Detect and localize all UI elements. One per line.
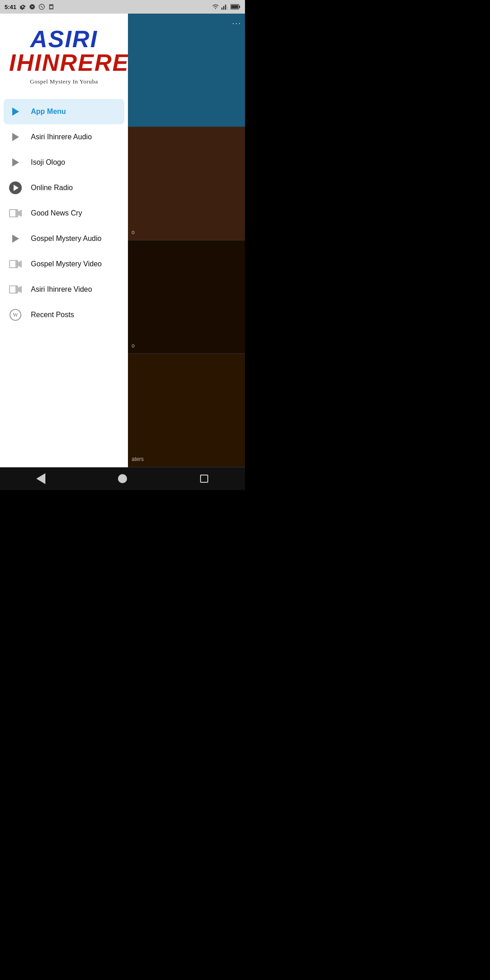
play-icon-gospel-mystery-audio [9,232,22,245]
play-status-icon [29,4,35,10]
navigation-drawer: ASIRI IHINRERE Gospel Mystery In Yoruba … [0,14,128,467]
svg-rect-13 [10,210,15,216]
svg-marker-20 [18,286,22,293]
navigation-bar [0,467,245,490]
logo-subtitle: Gospel Mystery In Yoruba [9,78,119,85]
section-label-2: o [132,343,135,349]
svg-rect-4 [50,6,53,8]
logo-ihinrere: IHINRERE [9,51,119,74]
three-dots-icon[interactable]: ⋮ [232,19,241,28]
svg-rect-16 [10,261,15,267]
svg-rect-10 [239,5,240,8]
menu-label-gospel-mystery-video: Gospel Mystery Video [31,260,102,268]
video-icon-asiri-ihinrere-video [9,283,22,296]
recents-icon [200,475,208,483]
right-panel: ⋮ o o aters [127,14,245,467]
play-circle-icon-online-radio [9,181,22,194]
battery-icon [230,4,240,10]
back-button[interactable] [32,470,50,488]
section-label-1: o [132,229,135,235]
menu-label-recent-posts: Recent Posts [31,311,74,319]
menu-item-asiri-audio[interactable]: Asiri Ihinrere Audio [0,124,128,150]
wordpress-icon-recent-posts: W [9,309,22,321]
menu-item-recent-posts[interactable]: W Recent Posts [0,302,128,328]
play-icon-app-menu [9,105,22,118]
video-icon-good-news-cry [9,207,22,220]
home-button[interactable] [113,470,132,488]
svg-rect-5 [221,8,222,10]
gear-icon [19,3,26,10]
menu-label-app-menu: App Menu [31,108,66,116]
menu-item-gospel-mystery-video[interactable]: Gospel Mystery Video [0,251,128,277]
menu-list: App Menu Asiri Ihinrere Audio Isoji Olog… [0,94,128,332]
logo-area: ASIRI IHINRERE Gospel Mystery In Yoruba [0,14,128,94]
status-bar-left: 5:41 [5,3,54,10]
right-panel-section-2: o [127,127,245,240]
time: 5:41 [5,4,16,10]
menu-label-gospel-mystery-audio: Gospel Mystery Audio [31,235,102,243]
right-panel-section-3: o [127,240,245,354]
sim-icon [48,4,54,10]
svg-marker-17 [18,260,22,268]
status-bar-right [211,4,240,10]
recents-button[interactable] [195,470,213,488]
svg-rect-7 [225,5,226,10]
menu-label-asiri-audio: Asiri Ihinrere Audio [31,133,92,141]
svg-rect-8 [227,7,228,10]
logo-asiri: ASIRI [9,27,119,51]
back-icon [36,473,45,484]
svg-rect-19 [10,286,15,293]
svg-rect-6 [223,6,224,10]
home-icon [118,474,127,483]
play-icon-isoji-ologo [9,156,22,169]
menu-item-asiri-ihinrere-video[interactable]: Asiri Ihinrere Video [0,277,128,302]
right-panel-section-1: ⋮ [127,14,245,127]
menu-label-good-news-cry: Good News Cry [31,209,82,217]
menu-item-online-radio[interactable]: Online Radio [0,175,128,201]
right-panel-section-4: aters [127,354,245,467]
signal-bars-icon [221,4,229,10]
section-label-3: aters [132,456,144,462]
signal-icon [38,4,45,10]
svg-marker-14 [18,210,22,217]
wifi-icon [211,4,220,10]
menu-label-online-radio: Online Radio [31,184,73,192]
menu-item-gospel-mystery-audio[interactable]: Gospel Mystery Audio [0,226,128,251]
svg-rect-11 [231,5,238,9]
status-bar: 5:41 [0,0,245,14]
video-icon-gospel-mystery-video [9,258,22,270]
menu-item-isoji-ologo[interactable]: Isoji Ologo [0,150,128,175]
menu-label-isoji-ologo: Isoji Ologo [31,158,65,167]
menu-item-good-news-cry[interactable]: Good News Cry [0,201,128,226]
play-icon-asiri-audio [9,131,22,143]
menu-label-asiri-ihinrere-video: Asiri Ihinrere Video [31,285,92,294]
menu-item-app-menu[interactable]: App Menu [4,99,124,124]
